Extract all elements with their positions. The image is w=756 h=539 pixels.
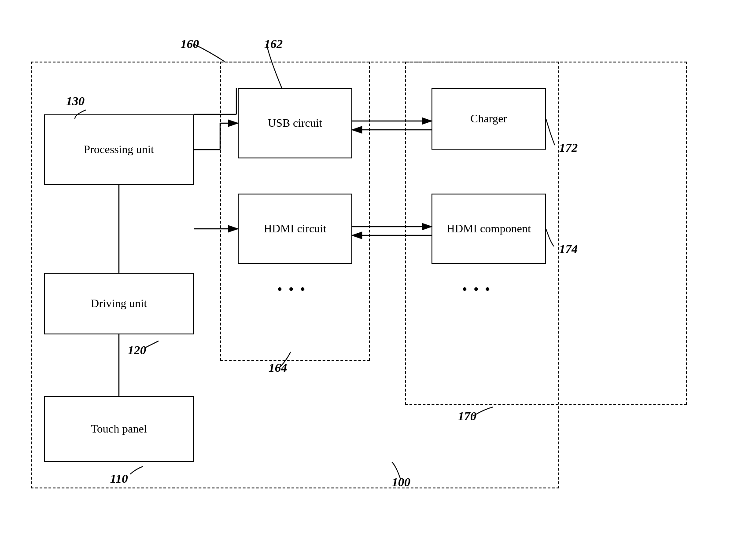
ref-170-label: 170 — [458, 409, 476, 423]
hdmi-component-label: HDMI component — [446, 221, 531, 236]
driving-unit-box: Driving unit — [44, 273, 194, 334]
ref-164-label: 164 — [269, 361, 287, 375]
charger-box: Charger — [431, 88, 546, 150]
ref-162-label: 162 — [264, 37, 283, 51]
ref-130-label: 130 — [66, 94, 85, 108]
ref-110-label: 110 — [110, 472, 128, 486]
hdmi-component-box: HDMI component — [431, 194, 546, 264]
processing-unit-label: Processing unit — [84, 142, 154, 157]
touch-panel-label: Touch panel — [91, 422, 147, 436]
ref-174-label: 174 — [559, 242, 578, 256]
touch-panel-box: Touch panel — [44, 396, 194, 462]
usb-circuit-box: USB circuit — [238, 88, 352, 158]
ref-120-label: 120 — [128, 343, 146, 357]
usb-circuit-label: USB circuit — [268, 116, 322, 131]
circuit-dots: • • • — [277, 282, 307, 297]
ref-160-label: 160 — [181, 37, 199, 51]
driving-unit-label: Driving unit — [91, 296, 147, 311]
component-dots: • • • — [462, 282, 492, 297]
ref-100-label: 100 — [392, 475, 410, 489]
ref-172-label: 172 — [559, 141, 578, 155]
hdmi-circuit-label: HDMI circuit — [264, 221, 326, 236]
hdmi-circuit-box: HDMI circuit — [238, 194, 352, 264]
processing-unit-box: Processing unit — [44, 114, 194, 185]
diagram-container: Processing unit Driving unit Touch panel… — [18, 26, 740, 510]
charger-label: Charger — [470, 111, 507, 126]
